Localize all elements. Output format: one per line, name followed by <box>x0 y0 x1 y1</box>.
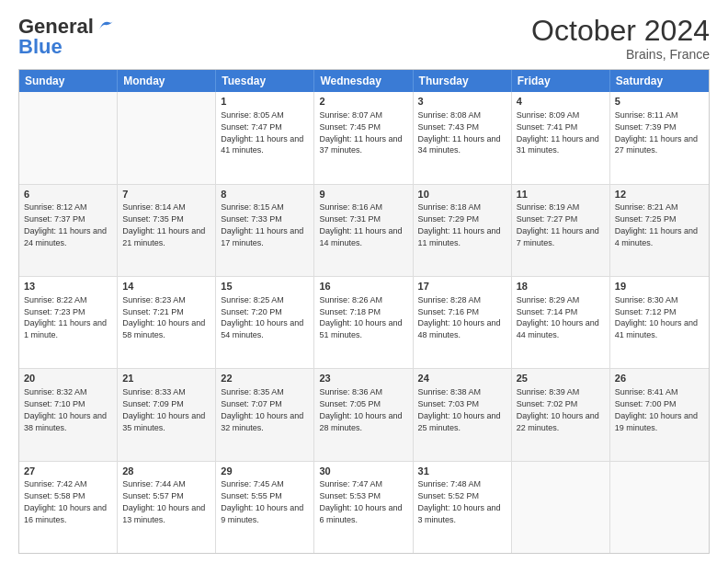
day-number: 24 <box>418 372 506 385</box>
calendar-cell: 9Sunrise: 8:16 AM Sunset: 7:31 PM Daylig… <box>314 185 413 276</box>
day-number: 9 <box>319 188 407 201</box>
cell-info: Sunrise: 8:41 AM Sunset: 7:00 PM Dayligh… <box>615 387 698 431</box>
cell-info: Sunrise: 7:44 AM Sunset: 5:57 PM Dayligh… <box>122 479 205 523</box>
cell-info: Sunrise: 8:12 AM Sunset: 7:37 PM Dayligh… <box>24 202 107 247</box>
day-number: 21 <box>122 372 210 385</box>
calendar-cell: 17Sunrise: 8:28 AM Sunset: 7:16 PM Dayli… <box>414 277 512 368</box>
calendar-cell: 1Sunrise: 8:05 AM Sunset: 7:47 PM Daylig… <box>216 92 314 183</box>
cell-info: Sunrise: 8:26 AM Sunset: 7:18 PM Dayligh… <box>319 295 402 339</box>
day-number: 5 <box>615 95 704 109</box>
cell-info: Sunrise: 8:07 AM Sunset: 7:45 PM Dayligh… <box>319 110 402 155</box>
calendar-cell: 26Sunrise: 8:41 AM Sunset: 7:00 PM Dayli… <box>610 369 709 460</box>
calendar-cell: 5Sunrise: 8:11 AM Sunset: 7:39 PM Daylig… <box>610 92 709 183</box>
title-block: October 2024 Brains, France <box>531 15 710 62</box>
calendar-row: 6Sunrise: 8:12 AM Sunset: 7:37 PM Daylig… <box>19 185 709 277</box>
day-number: 7 <box>122 188 210 201</box>
calendar-row: 20Sunrise: 8:32 AM Sunset: 7:10 PM Dayli… <box>19 369 709 461</box>
calendar-cell: 15Sunrise: 8:25 AM Sunset: 7:20 PM Dayli… <box>216 277 314 368</box>
calendar-cell: 25Sunrise: 8:39 AM Sunset: 7:02 PM Dayli… <box>512 369 610 460</box>
day-number: 27 <box>24 465 112 478</box>
logo-blue: Blue <box>18 35 63 59</box>
weekday-header: Monday <box>118 70 216 92</box>
weekday-header: Wednesday <box>314 70 413 92</box>
logo: General Blue <box>18 15 116 59</box>
calendar-cell: 7Sunrise: 8:14 AM Sunset: 7:35 PM Daylig… <box>118 185 216 276</box>
calendar-row: 1Sunrise: 8:05 AM Sunset: 7:47 PM Daylig… <box>19 92 709 184</box>
calendar-cell <box>19 92 118 183</box>
calendar-cell: 16Sunrise: 8:26 AM Sunset: 7:18 PM Dayli… <box>314 277 413 368</box>
calendar-cell: 12Sunrise: 8:21 AM Sunset: 7:25 PM Dayli… <box>610 185 709 276</box>
cell-info: Sunrise: 8:18 AM Sunset: 7:29 PM Dayligh… <box>418 202 501 247</box>
cell-info: Sunrise: 8:21 AM Sunset: 7:25 PM Dayligh… <box>615 202 698 247</box>
cell-info: Sunrise: 7:47 AM Sunset: 5:53 PM Dayligh… <box>319 479 402 523</box>
day-number: 4 <box>517 95 605 109</box>
cell-info: Sunrise: 8:14 AM Sunset: 7:35 PM Dayligh… <box>122 202 205 247</box>
cell-info: Sunrise: 8:15 AM Sunset: 7:33 PM Dayligh… <box>221 202 303 247</box>
calendar-cell: 30Sunrise: 7:47 AM Sunset: 5:53 PM Dayli… <box>314 462 413 553</box>
calendar-cell: 20Sunrise: 8:32 AM Sunset: 7:10 PM Dayli… <box>19 369 118 460</box>
day-number: 20 <box>24 372 112 385</box>
cell-info: Sunrise: 7:45 AM Sunset: 5:55 PM Dayligh… <box>221 479 303 523</box>
day-number: 1 <box>221 95 309 109</box>
cell-info: Sunrise: 8:19 AM Sunset: 7:27 PM Dayligh… <box>517 202 599 247</box>
cell-info: Sunrise: 8:32 AM Sunset: 7:10 PM Dayligh… <box>24 387 107 431</box>
calendar-header: SundayMondayTuesdayWednesdayThursdayFrid… <box>19 70 709 92</box>
calendar-cell: 13Sunrise: 8:22 AM Sunset: 7:23 PM Dayli… <box>19 277 118 368</box>
calendar-cell: 31Sunrise: 7:48 AM Sunset: 5:52 PM Dayli… <box>414 462 512 553</box>
cell-info: Sunrise: 8:25 AM Sunset: 7:20 PM Dayligh… <box>221 295 303 339</box>
cell-info: Sunrise: 8:05 AM Sunset: 7:47 PM Dayligh… <box>221 110 303 155</box>
day-number: 23 <box>319 372 407 385</box>
day-number: 26 <box>615 372 704 385</box>
calendar-cell: 10Sunrise: 8:18 AM Sunset: 7:29 PM Dayli… <box>414 185 512 276</box>
weekday-header: Friday <box>512 70 610 92</box>
calendar-cell: 27Sunrise: 7:42 AM Sunset: 5:58 PM Dayli… <box>19 462 118 553</box>
day-number: 11 <box>517 188 605 201</box>
calendar-cell: 14Sunrise: 8:23 AM Sunset: 7:21 PM Dayli… <box>118 277 216 368</box>
calendar-cell <box>118 92 216 183</box>
cell-info: Sunrise: 8:36 AM Sunset: 7:05 PM Dayligh… <box>319 387 402 431</box>
day-number: 2 <box>319 95 407 109</box>
weekday-header: Sunday <box>19 70 118 92</box>
calendar-cell: 22Sunrise: 8:35 AM Sunset: 7:07 PM Dayli… <box>216 369 314 460</box>
day-number: 28 <box>122 465 210 478</box>
calendar-cell: 24Sunrise: 8:38 AM Sunset: 7:03 PM Dayli… <box>414 369 512 460</box>
cell-info: Sunrise: 8:28 AM Sunset: 7:16 PM Dayligh… <box>418 295 501 339</box>
day-number: 25 <box>517 372 605 385</box>
calendar-cell: 4Sunrise: 8:09 AM Sunset: 7:41 PM Daylig… <box>512 92 610 183</box>
day-number: 6 <box>24 188 112 201</box>
month-title: October 2024 <box>531 15 710 47</box>
calendar-cell: 28Sunrise: 7:44 AM Sunset: 5:57 PM Dayli… <box>118 462 216 553</box>
calendar-cell: 29Sunrise: 7:45 AM Sunset: 5:55 PM Dayli… <box>216 462 314 553</box>
weekday-header: Thursday <box>414 70 512 92</box>
cell-info: Sunrise: 8:33 AM Sunset: 7:09 PM Dayligh… <box>122 387 205 431</box>
day-number: 16 <box>319 280 407 293</box>
day-number: 30 <box>319 465 407 478</box>
cell-info: Sunrise: 8:11 AM Sunset: 7:39 PM Dayligh… <box>615 110 698 155</box>
calendar-cell: 6Sunrise: 8:12 AM Sunset: 7:37 PM Daylig… <box>19 185 118 276</box>
calendar-cell: 18Sunrise: 8:29 AM Sunset: 7:14 PM Dayli… <box>512 277 610 368</box>
cell-info: Sunrise: 8:38 AM Sunset: 7:03 PM Dayligh… <box>418 387 501 431</box>
calendar-cell: 8Sunrise: 8:15 AM Sunset: 7:33 PM Daylig… <box>216 185 314 276</box>
calendar-row: 13Sunrise: 8:22 AM Sunset: 7:23 PM Dayli… <box>19 277 709 369</box>
cell-info: Sunrise: 8:22 AM Sunset: 7:23 PM Dayligh… <box>24 295 107 339</box>
calendar: SundayMondayTuesdayWednesdayThursdayFrid… <box>18 69 710 554</box>
cell-info: Sunrise: 8:09 AM Sunset: 7:41 PM Dayligh… <box>517 110 599 155</box>
calendar-cell <box>512 462 610 553</box>
day-number: 22 <box>221 372 309 385</box>
calendar-body: 1Sunrise: 8:05 AM Sunset: 7:47 PM Daylig… <box>19 92 709 553</box>
cell-info: Sunrise: 8:39 AM Sunset: 7:02 PM Dayligh… <box>517 387 599 431</box>
cell-info: Sunrise: 7:48 AM Sunset: 5:52 PM Dayligh… <box>418 479 501 523</box>
day-number: 8 <box>221 188 309 201</box>
calendar-cell: 19Sunrise: 8:30 AM Sunset: 7:12 PM Dayli… <box>610 277 709 368</box>
day-number: 3 <box>418 95 506 109</box>
cell-info: Sunrise: 8:08 AM Sunset: 7:43 PM Dayligh… <box>418 110 501 155</box>
weekday-header: Tuesday <box>216 70 314 92</box>
calendar-cell: 2Sunrise: 8:07 AM Sunset: 7:45 PM Daylig… <box>314 92 413 183</box>
calendar-cell: 21Sunrise: 8:33 AM Sunset: 7:09 PM Dayli… <box>118 369 216 460</box>
cell-info: Sunrise: 7:42 AM Sunset: 5:58 PM Dayligh… <box>24 479 107 523</box>
cell-info: Sunrise: 8:23 AM Sunset: 7:21 PM Dayligh… <box>122 295 205 339</box>
day-number: 19 <box>615 280 704 293</box>
cell-info: Sunrise: 8:30 AM Sunset: 7:12 PM Dayligh… <box>615 295 698 339</box>
weekday-header: Saturday <box>610 70 709 92</box>
day-number: 29 <box>221 465 309 478</box>
